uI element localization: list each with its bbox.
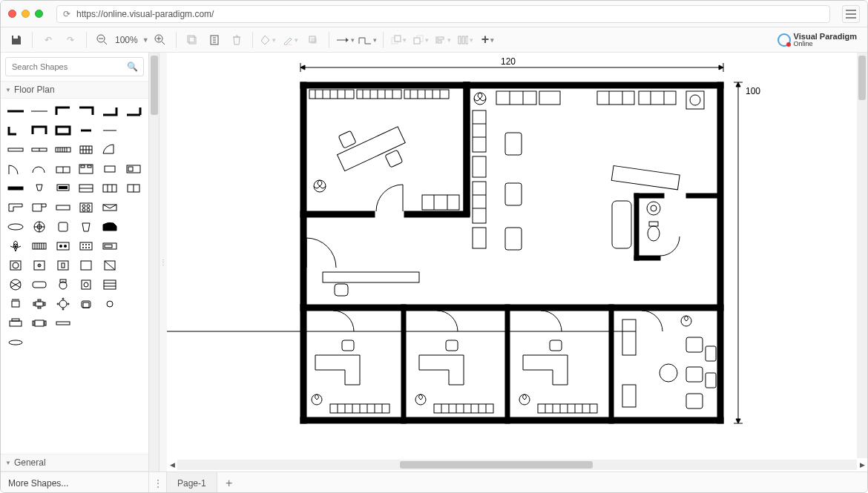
shape-toilet[interactable] [53,277,73,293]
to-back-button[interactable]: ▾ [412,30,431,50]
hamburger-menu-button[interactable] [842,5,860,23]
shape-wall-thin[interactable] [29,103,50,119]
shape-bench[interactable] [53,315,73,331]
more-shapes-link[interactable]: More Shapes... [1,472,149,493]
zoom-value[interactable]: 100% [114,35,139,45]
shape-round-table[interactable] [53,296,73,312]
shape-bed[interactable] [76,161,96,177]
zoom-dropdown-icon[interactable]: ▼ [142,36,149,44]
add-page-button[interactable]: + [217,472,241,493]
minimize-window-button[interactable] [22,10,30,18]
shape-door-sq[interactable] [99,257,120,274]
line-color-button[interactable]: ▾ [281,30,300,50]
shape-counter[interactable] [53,199,73,216]
shape-dishwasher[interactable] [76,238,96,254]
copy-button[interactable] [183,30,202,50]
shadow-button[interactable] [303,30,323,50]
waypoint-style-button[interactable]: ▾ [358,30,377,50]
shape-desk[interactable] [123,161,144,177]
shape-plant[interactable] [5,238,26,254]
shape-empty-3[interactable] [123,199,144,216]
search-shapes-input[interactable] [5,57,144,76]
shape-washer[interactable] [5,257,26,274]
shape-corner-tr[interactable] [76,103,96,119]
shape-empty-8[interactable] [123,296,144,312]
shape-u-left[interactable] [5,122,26,139]
shape-ceiling-fan[interactable] [5,277,26,293]
shape-monitor[interactable] [53,180,73,196]
shape-microwave[interactable] [99,238,120,254]
shape-window-2[interactable] [29,142,50,158]
shape-empty[interactable] [123,122,144,139]
shape-radiator[interactable] [29,238,50,254]
category-general[interactable]: ▼ General [1,454,148,472]
delete-button[interactable] [227,30,246,50]
category-floor-plan[interactable]: ▼ Floor Plan [1,81,148,99]
vscroll-thumb[interactable] [858,56,866,100]
shape-stool[interactable] [99,296,120,312]
close-window-button[interactable] [8,10,16,18]
shape-tub[interactable] [29,277,50,293]
fill-color-button[interactable]: ▾ [259,30,278,50]
shape-door-double[interactable] [29,161,50,177]
shape-corner-tl[interactable] [53,103,73,119]
shape-l-desk[interactable] [5,199,26,216]
shape-table[interactable] [99,161,120,177]
shape-empty-11[interactable] [123,315,144,331]
shape-railing[interactable] [53,142,73,158]
shape-wall-h[interactable] [5,103,26,119]
sidebar-resize-handle[interactable]: ⋮ [160,53,167,472]
shape-armchair[interactable] [76,296,96,312]
shape-chair-top[interactable] [5,296,26,312]
shape-sofa[interactable] [53,161,73,177]
shape-rect-wall[interactable] [53,122,73,139]
hscroll-left-icon[interactable]: ◀ [167,460,177,470]
shape-empty-6[interactable] [123,257,144,274]
shape-empty-15[interactable] [99,334,120,351]
shape-dash[interactable] [99,122,120,139]
align-button[interactable]: ▾ [434,30,453,50]
undo-button[interactable]: ↶ [39,30,58,50]
shape-empty-7[interactable] [123,277,144,293]
shape-sink-sq[interactable] [76,257,96,274]
shape-empty-2[interactable] [123,142,144,158]
to-front-button[interactable]: ▾ [389,30,409,50]
shape-oval[interactable] [5,219,26,235]
shape-empty-14[interactable] [76,334,96,351]
shape-empty-12[interactable] [29,334,50,351]
shape-l-desk-2[interactable] [29,199,50,216]
canvas-area[interactable]: 120 100 [167,53,867,472]
shape-piano[interactable] [99,219,120,235]
shape-empty-10[interactable] [99,315,120,331]
maximize-window-button[interactable] [35,10,43,18]
shape-cooktop[interactable] [53,238,73,254]
shape-corner-br[interactable] [99,103,120,119]
redo-button[interactable]: ↷ [61,30,80,50]
shape-dining[interactable] [29,315,50,331]
shape-envelope[interactable] [99,199,120,216]
shape-window[interactable] [5,142,26,158]
shape-switch[interactable] [53,257,73,274]
shape-empty-16[interactable] [123,334,144,351]
shape-bookcase[interactable] [99,277,120,293]
shape-stove-4[interactable] [76,199,96,216]
reload-icon[interactable]: ⟳ [63,9,70,19]
insert-button[interactable]: +▾ [479,30,498,50]
shape-fridge[interactable] [53,219,73,235]
page-menu-button[interactable]: ⋮ [149,472,167,493]
shape-wall-short[interactable] [76,122,96,139]
shape-lamp[interactable] [29,180,50,196]
canvas-vscrollbar[interactable] [857,53,867,458]
shape-grid[interactable] [76,142,96,158]
zoom-in-button[interactable] [151,30,170,50]
sidebar-scrollbar[interactable] [149,53,160,472]
shape-shelf[interactable] [99,180,120,196]
save-button[interactable] [7,30,26,50]
shape-cabinet[interactable] [76,180,96,196]
paste-button[interactable] [205,30,224,50]
scrollbar-thumb[interactable] [151,56,158,115]
hscroll-right-icon[interactable]: ▶ [857,460,867,470]
shape-fan[interactable] [29,219,50,235]
shape-corner-bl[interactable] [123,103,144,119]
shape-table-chairs[interactable] [29,296,50,312]
